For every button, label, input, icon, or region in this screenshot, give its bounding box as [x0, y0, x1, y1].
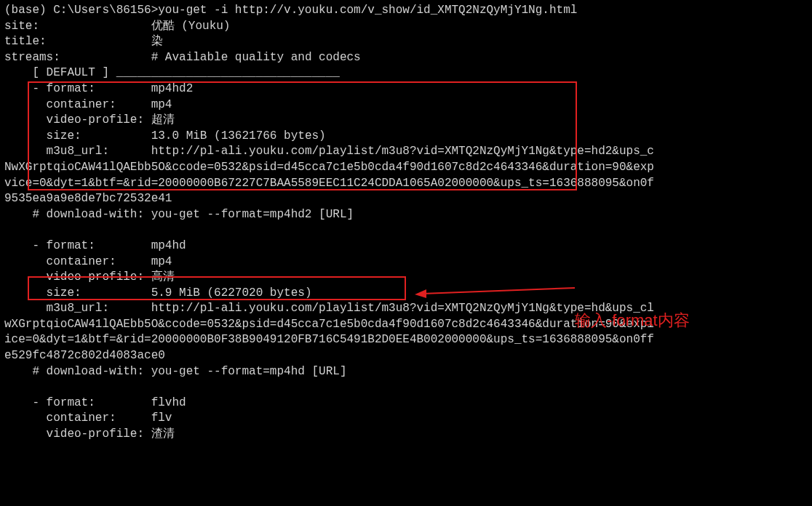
- format-label: - format:: [4, 82, 151, 95]
- format-label: - format:: [4, 239, 151, 252]
- format-label: - format:: [4, 396, 151, 409]
- stream1-container: container: mp4: [4, 97, 812, 113]
- stream1-m3u8-l4: 9535ea9a9e8de7bc72532e41: [4, 191, 812, 207]
- command-prompt-line: (base) C:\Users\86156>you-get -i http://…: [4, 3, 812, 19]
- container-label: container:: [4, 255, 151, 268]
- stream2-m3u8-l3: ice=0&dyt=1&btf=&rid=20000000B0F38B90491…: [4, 332, 812, 348]
- format-value: flvhd: [151, 396, 186, 409]
- site-label: site:: [4, 20, 39, 33]
- profile-value: 高清: [151, 270, 175, 284]
- stream1-format: - format: mp4hd2: [4, 81, 812, 97]
- size-value: 13.0 MiB (13621766 bytes): [151, 129, 326, 142]
- site-line: site: 优酷 (Youku): [4, 19, 812, 35]
- stream2-download-with: # download-with: you-get --format=mp4hd …: [4, 364, 812, 380]
- container-label: container:: [4, 98, 151, 111]
- container-label: container:: [4, 411, 151, 425]
- stream2-format: - format: mp4hd: [4, 238, 812, 254]
- m3u8-url-part1: http://pl-ali.youku.com/playlist/m3u8?vi…: [151, 145, 654, 158]
- blank-line-1: [4, 222, 812, 238]
- container-value: flv: [151, 411, 172, 425]
- stream3-profile: video-profile: 渣清: [4, 427, 812, 443]
- container-value: mp4: [151, 255, 172, 268]
- stream1-m3u8-l2: NwXGrptqioCAW41lQAEbb5O&ccode=0532&psid=…: [4, 160, 812, 176]
- title-value: 染: [151, 35, 163, 48]
- stream2-size: size: 5.9 MiB (6227020 bytes): [4, 286, 812, 302]
- streams-value: # Available quality and codecs: [151, 51, 361, 64]
- m3u8-label: m3u8_url:: [4, 145, 151, 158]
- stream2-m3u8-l4: e529fc4872c802d4083ace0: [4, 348, 812, 364]
- streams-line: streams: # Available quality and codecs: [4, 50, 812, 66]
- title-label: title:: [4, 35, 47, 48]
- profile-value: 超清: [151, 113, 175, 126]
- stream3-format: - format: flvhd: [4, 395, 812, 411]
- profile-value: 渣清: [151, 427, 175, 441]
- stream1-profile: video-profile: 超清: [4, 113, 812, 129]
- stream3-container: container: flv: [4, 411, 812, 427]
- size-label: size:: [4, 129, 151, 142]
- container-value: mp4: [151, 98, 172, 111]
- m3u8-label: m3u8_url:: [4, 302, 151, 315]
- stream2-container: container: mp4: [4, 254, 812, 270]
- profile-label: video-profile:: [4, 427, 151, 441]
- stream1-download-with: # download-with: you-get --format=mp4hd2…: [4, 207, 812, 223]
- profile-label: video-profile:: [4, 270, 151, 284]
- stream1-size: size: 13.0 MiB (13621766 bytes): [4, 129, 812, 145]
- stream1-m3u8-l3: vice=0&dyt=1&btf=&rid=20000000B67227C7BA…: [4, 176, 812, 192]
- size-label: size:: [4, 286, 151, 300]
- default-marker: [ DEFAULT ] ____________________________…: [4, 65, 812, 81]
- profile-label: video-profile:: [4, 113, 151, 126]
- format-value: mp4hd2: [151, 82, 194, 95]
- stream1-m3u8: m3u8_url: http://pl-ali.youku.com/playli…: [4, 144, 812, 160]
- stream2-m3u8-l2: wXGrptqioCAW41lQAEbb5O&ccode=0532&psid=d…: [4, 317, 812, 333]
- size-value: 5.9 MiB (6227020 bytes): [151, 286, 312, 300]
- m3u8-url-part1: http://pl-ali.youku.com/playlist/m3u8?vi…: [151, 302, 654, 315]
- streams-label: streams:: [4, 51, 60, 64]
- format-value: mp4hd: [151, 239, 186, 252]
- site-value: 优酷 (Youku): [151, 20, 231, 33]
- stream2-m3u8: m3u8_url: http://pl-ali.youku.com/playli…: [4, 301, 812, 317]
- blank-line-2: [4, 380, 812, 395]
- title-line: title: 染: [4, 34, 812, 50]
- stream2-profile: video-profile: 高清: [4, 270, 812, 286]
